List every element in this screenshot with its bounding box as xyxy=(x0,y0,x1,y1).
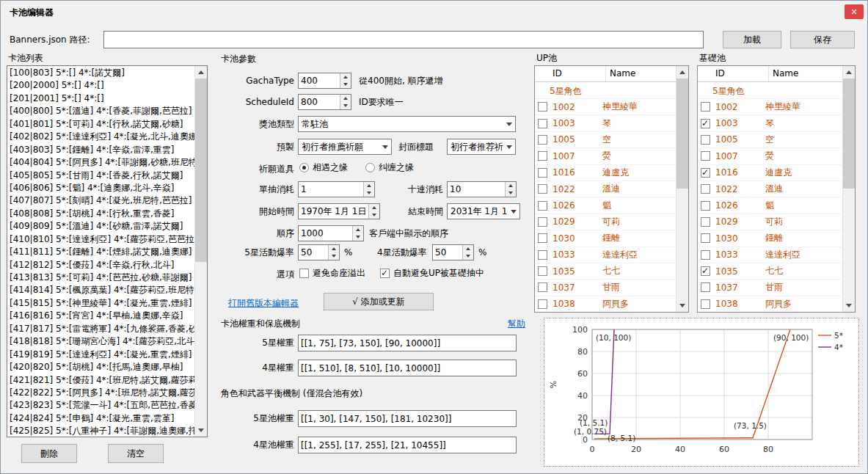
list-item[interactable]: [415|815] 5*:[神里綾華] 4*:[凝光,重雲,煙緋] xyxy=(7,297,194,310)
row-checkbox[interactable] xyxy=(701,266,710,276)
list-item[interactable]: [412|812] 5*:[優菈] 4*:[辛焱,行秋,北斗] xyxy=(7,259,194,271)
spin-down-icon[interactable] xyxy=(340,102,351,109)
table-row[interactable]: 1033達達利亞 xyxy=(698,247,842,263)
list-item[interactable]: [100|803] 5*:[] 4*:[諾艾爾] xyxy=(7,67,194,79)
table-row[interactable]: 1022溫迪 xyxy=(698,181,842,197)
clear-button[interactable]: 清空 xyxy=(108,444,164,463)
table-row[interactable]: 1029可莉 xyxy=(535,214,676,230)
list-item[interactable]: [409|809] 5*:[溫迪] 4*:[砂糖,雷澤,諾艾爾] xyxy=(7,220,194,233)
single-cost-input[interactable] xyxy=(299,182,363,197)
table-row[interactable]: 1026魈 xyxy=(535,197,676,214)
start-time-picker[interactable] xyxy=(298,203,380,219)
list-item[interactable]: [410|810] 5*:[達達利亞] 4*:[蘿莎莉亞,芭芭拉,菲 xyxy=(7,233,194,246)
row-checkbox[interactable] xyxy=(538,282,547,292)
col-header-name[interactable]: Name xyxy=(773,68,798,79)
start-time-input[interactable] xyxy=(299,204,368,219)
gachatype-input[interactable] xyxy=(299,73,340,88)
row-checkbox[interactable] xyxy=(701,233,710,243)
load-button[interactable]: 加載 xyxy=(723,31,781,48)
add-update-button[interactable]: √ 添加或更新 xyxy=(324,293,434,310)
table-row[interactable]: 1037甘雨 xyxy=(698,280,842,296)
table-row[interactable]: 1029可莉 xyxy=(698,214,842,230)
list-item[interactable]: [403|803] 5*:[鍾離] 4*:[辛焱,雷澤,重雲] xyxy=(7,144,194,156)
ten-cost-spinner[interactable] xyxy=(447,181,517,197)
list-item[interactable]: [422|822] 5*:[阿貝多] 4*:[班尼特,諾艾爾,蘿莎 xyxy=(7,387,194,399)
spin-up-icon[interactable] xyxy=(340,95,351,102)
table-row[interactable]: 1016迪盧克 xyxy=(535,165,676,181)
table-row[interactable]: 1038阿貝多 xyxy=(698,296,842,312)
spin-up-icon[interactable] xyxy=(506,182,516,189)
preset-select[interactable]: 初行者推薦祈願 xyxy=(298,139,392,155)
row-checkbox[interactable] xyxy=(701,299,710,309)
table-row[interactable]: 1007熒 xyxy=(698,148,842,164)
list-item[interactable]: [419|819] 5*:[達達利亞] 4*:[凝光,重雲,煙緋] xyxy=(7,349,194,361)
open-old-editor-link[interactable]: 打開舊版本編輯器 xyxy=(228,297,299,309)
table-row[interactable]: 1003琴 xyxy=(698,115,842,131)
row-checkbox[interactable] xyxy=(538,217,547,227)
weight5-input[interactable] xyxy=(299,335,516,351)
avoid-constellation-checkbox[interactable]: 避免命座溢出 xyxy=(299,267,365,279)
list-item[interactable]: [417|817] 5*:[雷電將軍] 4*:[九條裟羅,香菱,砂糖 xyxy=(7,323,194,335)
scroll-up-icon[interactable] xyxy=(676,66,688,79)
list-item[interactable]: [425|825] 5*:[八重神子] 4*:[菲謝爾,迪奧娜,托馬 xyxy=(7,425,194,437)
rate4-spinner[interactable] xyxy=(432,244,474,260)
list-item[interactable]: [413|813] 5*:[可莉] 4*:[芭芭拉,砂糖,菲謝爾] xyxy=(7,271,194,284)
table-row[interactable]: 1037甘雨 xyxy=(535,280,676,296)
row-checkbox[interactable] xyxy=(538,299,547,309)
row-checkbox[interactable] xyxy=(538,135,547,145)
list-item[interactable]: [408|808] 5*:[胡桃] 4*:[行秋,重雲,香菱] xyxy=(7,208,194,220)
row-checkbox[interactable] xyxy=(701,250,710,260)
row-checkbox[interactable] xyxy=(701,217,710,227)
row-checkbox[interactable] xyxy=(701,102,710,112)
list-item[interactable]: [416|816] 5*:[宵宮] 4*:[早柚,迪奧娜,辛焱] xyxy=(7,310,194,322)
radio-acquaint-fate[interactable]: 相遇之缘 xyxy=(299,161,348,173)
base-pool-scrollbar[interactable] xyxy=(842,66,855,312)
row-checkbox[interactable] xyxy=(701,282,710,292)
table-row[interactable]: 1002神里綾華 xyxy=(698,99,842,115)
row-checkbox[interactable] xyxy=(538,233,547,243)
row-checkbox[interactable] xyxy=(538,168,547,178)
spin-up-icon[interactable] xyxy=(353,226,363,233)
scheduleid-input[interactable] xyxy=(299,95,340,109)
table-row[interactable]: 1030鍾離 xyxy=(535,230,676,247)
list-item[interactable]: [400|800] 5*:[溫迪] 4*:[香菱,菲謝爾,芭芭拉] xyxy=(7,105,194,117)
list-item[interactable]: [418|818] 5*:[珊瑚宮心海] 4*:[蘿莎莉亞,北斗,行 xyxy=(7,335,194,348)
row-checkbox[interactable] xyxy=(538,102,547,112)
spin-down-icon[interactable] xyxy=(353,233,363,241)
table-row[interactable]: 1022溫迪 xyxy=(535,181,676,197)
pool-listbox[interactable]: [100|803] 5*:[] 4*:[諾艾爾][200|2000] 5*:[]… xyxy=(7,65,208,437)
row-checkbox[interactable] xyxy=(538,151,547,161)
radio-intertwined-fate[interactable]: 纠缠之缘 xyxy=(365,161,414,173)
list-item[interactable]: [405|805] 5*:[甘雨] 4*:[香菱,行秋,諾艾爾] xyxy=(7,169,194,182)
spin-up-icon[interactable] xyxy=(364,182,374,189)
list-item[interactable]: [423|823] 5*:[荒瀧一斗] 4*:[五郎,芭芭拉,香菱] xyxy=(7,399,194,412)
row-checkbox[interactable] xyxy=(538,184,547,194)
weight4-input[interactable] xyxy=(299,360,516,376)
table-row[interactable]: 1030鍾離 xyxy=(698,230,842,247)
table-row[interactable]: 1035七七 xyxy=(535,263,676,280)
table-row[interactable]: 1005空 xyxy=(535,132,676,148)
up-pool-scrollbar[interactable] xyxy=(676,66,688,312)
row-checkbox[interactable] xyxy=(701,168,710,178)
row-checkbox[interactable] xyxy=(701,119,710,128)
col-header-name[interactable]: Name xyxy=(610,68,635,79)
row-checkbox[interactable] xyxy=(701,184,710,194)
col-header-id[interactable]: ID xyxy=(552,68,562,79)
ten-cost-input[interactable] xyxy=(448,182,505,197)
rate4-input[interactable] xyxy=(433,245,462,260)
spin-up-icon[interactable] xyxy=(340,73,351,81)
spin-down-icon[interactable] xyxy=(329,252,339,260)
scheduleid-spinner[interactable] xyxy=(298,94,351,110)
table-row[interactable]: 1016迪盧克 xyxy=(698,165,842,181)
list-item[interactable]: [404|804] 5*:[阿貝多] 4*:[菲謝爾,砂糖,班尼特] xyxy=(7,156,194,169)
row-checkbox[interactable] xyxy=(701,201,710,211)
help-link[interactable]: 幫助 xyxy=(508,318,525,329)
scroll-thumb[interactable] xyxy=(195,79,207,262)
pool-type-select[interactable]: 常駐池 xyxy=(298,116,516,132)
list-item[interactable]: [201|2001] 5*:[] 4*:[] xyxy=(7,92,194,105)
list-item[interactable]: [420|820] 5*:[胡桃] 4*:[托馬,迪奧娜,早柚] xyxy=(7,361,194,373)
scroll-thumb[interactable] xyxy=(843,79,855,189)
table-row[interactable]: 1007熒 xyxy=(535,148,676,164)
row-checkbox[interactable] xyxy=(538,250,547,260)
rate5-spinner[interactable] xyxy=(298,244,340,260)
